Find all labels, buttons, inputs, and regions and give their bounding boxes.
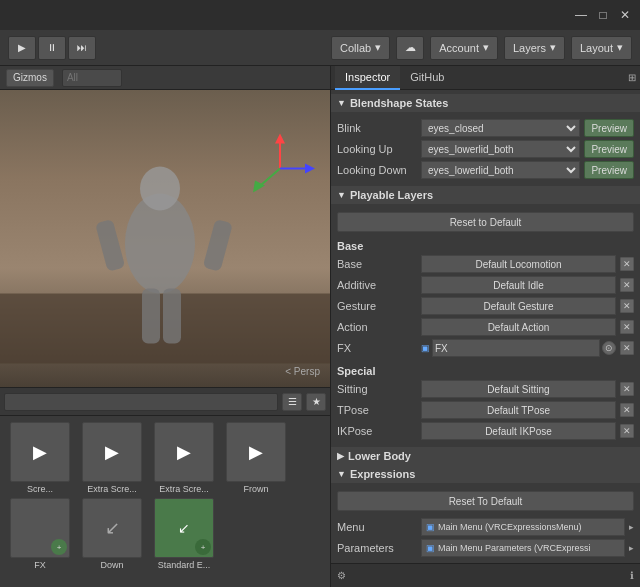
maximize-button[interactable]: □ bbox=[596, 8, 610, 22]
gesture-row: Gesture Default Gesture ✕ bbox=[337, 297, 634, 315]
svg-marker-10 bbox=[305, 164, 315, 174]
menu-label: Menu bbox=[337, 521, 417, 533]
list-item[interactable]: ↙ Down bbox=[78, 498, 146, 570]
tpose-label: TPose bbox=[337, 404, 417, 416]
sitting-anim-value: Default Sitting bbox=[487, 384, 549, 395]
params-obj-arrow-icon[interactable]: ▸ bbox=[629, 543, 634, 553]
tab-github[interactable]: GitHub bbox=[400, 66, 454, 90]
expressions-section-label: Expressions bbox=[350, 468, 415, 480]
looking-up-preview-button[interactable]: Preview bbox=[584, 140, 634, 158]
sitting-clear-button[interactable]: ✕ bbox=[620, 382, 634, 396]
asset-search-input[interactable] bbox=[4, 393, 278, 411]
list-item[interactable]: ▶ Extra Scre... bbox=[150, 422, 218, 494]
collab-arrow-icon: ▾ bbox=[375, 41, 381, 54]
blink-label: Blink bbox=[337, 122, 417, 134]
ikpose-anim-field[interactable]: Default IKPose bbox=[421, 422, 616, 440]
inspector-tab-label: Inspector bbox=[345, 71, 390, 83]
params-obj-icon: ▣ bbox=[426, 543, 435, 553]
looking-down-select[interactable]: eyes_lowerlid_both bbox=[421, 161, 580, 179]
list-item[interactable]: ▶ Extra Scre... bbox=[78, 422, 146, 494]
svg-rect-5 bbox=[142, 289, 160, 344]
asset-thumbnail: ▶ bbox=[154, 422, 214, 482]
main-toolbar: ▶ ⏸ ⏭ Collab ▾ ☁ Account ▾ Layers ▾ Layo… bbox=[0, 30, 640, 66]
asset-thumbnail: + bbox=[10, 498, 70, 558]
layout-dropdown[interactable]: Layout ▾ bbox=[571, 36, 632, 60]
base-clear-button[interactable]: ✕ bbox=[620, 257, 634, 271]
tpose-clear-button[interactable]: ✕ bbox=[620, 403, 634, 417]
params-object-field[interactable]: ▣ Main Menu Parameters (VRCExpressi bbox=[421, 539, 625, 557]
action-clear-button[interactable]: ✕ bbox=[620, 320, 634, 334]
reset-default-button[interactable]: Reset to Default bbox=[337, 212, 634, 232]
additive-anim-value: Default Idle bbox=[493, 280, 544, 291]
inspector-bottom-bar: ⚙ ℹ bbox=[331, 563, 640, 587]
action-anim-field[interactable]: Default Action bbox=[421, 318, 616, 336]
asset-panel: ☰ ★ ▶ Scre... ▶ Extra Scre... bbox=[0, 387, 330, 587]
additive-clear-button[interactable]: ✕ bbox=[620, 278, 634, 292]
base-anim-field[interactable]: Default Locomotion bbox=[421, 255, 616, 273]
ikpose-clear-button[interactable]: ✕ bbox=[620, 424, 634, 438]
info-icon[interactable]: ℹ bbox=[630, 570, 634, 581]
expressions-section-header[interactable]: ▼ Expressions bbox=[331, 465, 640, 483]
playmode-buttons: ▶ ⏸ ⏭ bbox=[8, 36, 96, 60]
additive-row: Additive Default Idle ✕ bbox=[337, 276, 634, 294]
fx-row: FX ▣ ⊙ ✕ bbox=[337, 339, 634, 357]
title-bar: — □ ✕ bbox=[0, 0, 640, 30]
fx-clear-button[interactable]: ✕ bbox=[620, 341, 634, 355]
close-button[interactable]: ✕ bbox=[618, 8, 632, 22]
gesture-anim-field[interactable]: Default Gesture bbox=[421, 297, 616, 315]
asset-thumbnail: ↙ + bbox=[154, 498, 214, 558]
list-item[interactable]: + FX bbox=[6, 498, 74, 570]
blendshape-section-header[interactable]: ▼ Blendshape States bbox=[331, 94, 640, 112]
ikpose-row: IKPose Default IKPose ✕ bbox=[337, 422, 634, 440]
fx-clear-circle-button[interactable]: ⊙ bbox=[602, 341, 616, 355]
layers-dropdown[interactable]: Layers ▾ bbox=[504, 36, 565, 60]
settings-icon[interactable]: ⚙ bbox=[337, 570, 346, 581]
asset-label: Standard E... bbox=[158, 560, 211, 570]
tpose-row: TPose Default TPose ✕ bbox=[337, 401, 634, 419]
lower-body-section-header[interactable]: ▶ Lower Body bbox=[331, 447, 640, 465]
tpose-anim-field[interactable]: Default TPose bbox=[421, 401, 616, 419]
list-item[interactable]: ↙ + Standard E... bbox=[150, 498, 218, 570]
looking-down-label: Looking Down bbox=[337, 164, 417, 176]
fx-input[interactable] bbox=[432, 339, 600, 357]
asset-thumbnail: ▶ bbox=[82, 422, 142, 482]
sitting-anim-field[interactable]: Default Sitting bbox=[421, 380, 616, 398]
expressions-reset-button[interactable]: Reset To Default bbox=[337, 491, 634, 511]
tab-inspector[interactable]: Inspector bbox=[335, 66, 400, 90]
search-input[interactable] bbox=[62, 69, 122, 87]
menu-obj-arrow-icon[interactable]: ▸ bbox=[629, 522, 634, 532]
blink-select[interactable]: eyes_closed bbox=[421, 119, 580, 137]
scene-view[interactable]: < Persp bbox=[0, 90, 330, 387]
additive-anim-field[interactable]: Default Idle bbox=[421, 276, 616, 294]
minimize-button[interactable]: — bbox=[574, 8, 588, 22]
looking-up-select[interactable]: eyes_lowerlid_both bbox=[421, 140, 580, 158]
blink-preview-button[interactable]: Preview bbox=[584, 119, 634, 137]
list-item[interactable]: ▶ Frown bbox=[222, 422, 290, 494]
gesture-clear-button[interactable]: ✕ bbox=[620, 299, 634, 313]
asset-star-button[interactable]: ★ bbox=[306, 393, 326, 411]
account-dropdown[interactable]: Account ▾ bbox=[430, 36, 498, 60]
panel-collapse-button[interactable]: ⊞ bbox=[628, 72, 636, 83]
asset-toolbar: ☰ ★ bbox=[0, 388, 330, 416]
looking-down-preview-button[interactable]: Preview bbox=[584, 161, 634, 179]
blendshape-section-body: Blink eyes_closed Preview Looking Up eye… bbox=[331, 112, 640, 186]
play-button[interactable]: ▶ bbox=[8, 36, 36, 60]
menu-object-field[interactable]: ▣ Main Menu (VRCExpressionsMenu) bbox=[421, 518, 625, 536]
gizmos-button[interactable]: Gizmos bbox=[6, 69, 54, 87]
special-group-label: Special bbox=[337, 365, 634, 377]
asset-filter-button[interactable]: ☰ bbox=[282, 393, 302, 411]
layout-label: Layout bbox=[580, 42, 613, 54]
step-button[interactable]: ⏭ bbox=[68, 36, 96, 60]
cloud-icon: ☁ bbox=[405, 41, 416, 54]
pause-button[interactable]: ⏸ bbox=[38, 36, 66, 60]
collab-dropdown[interactable]: Collab ▾ bbox=[331, 36, 390, 60]
asset-label: FX bbox=[34, 560, 46, 570]
menu-obj-icon: ▣ bbox=[426, 522, 435, 532]
cloud-button[interactable]: ☁ bbox=[396, 36, 424, 60]
list-item[interactable]: ▶ Scre... bbox=[6, 422, 74, 494]
base-row: Base Default Locomotion ✕ bbox=[337, 255, 634, 273]
ikpose-anim-value: Default IKPose bbox=[485, 426, 552, 437]
playable-section-header[interactable]: ▼ Playable Layers bbox=[331, 186, 640, 204]
action-label: Action bbox=[337, 321, 417, 333]
lower-body-arrow-icon: ▶ bbox=[337, 451, 344, 461]
